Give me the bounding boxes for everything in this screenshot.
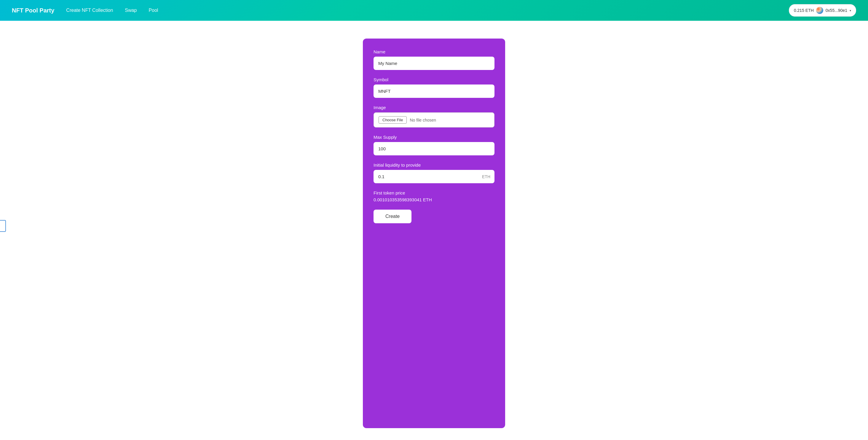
header-right: 0.215 ETH 0x55...90e1 ▾: [789, 4, 856, 17]
wallet-balance: 0.215 ETH: [794, 8, 814, 13]
wallet-button[interactable]: 0.215 ETH 0x55...90e1 ▾: [789, 4, 856, 17]
file-input-wrapper[interactable]: Choose File No file chosen: [374, 113, 494, 127]
liquidity-label: Initial liquidity to provide: [374, 162, 494, 167]
max-supply-input[interactable]: [374, 142, 494, 155]
max-supply-group: Max Supply: [374, 135, 494, 155]
nav-create-nft-collection[interactable]: Create NFT Collection: [66, 8, 113, 13]
chevron-down-icon: ▾: [849, 9, 851, 12]
scroll-indicator: [0, 220, 6, 232]
name-label: Name: [374, 49, 494, 54]
symbol-group: Symbol: [374, 77, 494, 98]
symbol-label: Symbol: [374, 77, 494, 82]
liquidity-input[interactable]: [374, 170, 494, 183]
name-group: Name: [374, 49, 494, 70]
choose-file-button[interactable]: Choose File: [378, 116, 407, 124]
header-left: NFT Pool Party Create NFT Collection Swa…: [12, 7, 158, 14]
image-group: Image Choose File No file chosen: [374, 105, 494, 127]
first-token-price-value: 0.001010353598393041 ETH: [374, 197, 432, 202]
symbol-input[interactable]: [374, 85, 494, 98]
image-label: Image: [374, 105, 494, 110]
liquidity-group: Initial liquidity to provide ETH: [374, 162, 494, 183]
liquidity-input-wrapper: ETH: [374, 170, 494, 183]
main-content: Name Symbol Image Choose File No file ch…: [0, 21, 868, 440]
form-card: Name Symbol Image Choose File No file ch…: [363, 38, 505, 428]
create-button[interactable]: Create: [374, 210, 411, 223]
max-supply-label: Max Supply: [374, 135, 494, 140]
nav-pool[interactable]: Pool: [149, 8, 158, 13]
nav-swap[interactable]: Swap: [125, 8, 137, 13]
header: NFT Pool Party Create NFT Collection Swa…: [0, 0, 868, 21]
nav-brand[interactable]: NFT Pool Party: [12, 7, 54, 14]
first-token-price-label: First token price: [374, 190, 494, 195]
wallet-avatar: [816, 7, 823, 14]
name-input[interactable]: [374, 57, 494, 70]
first-token-price-group: First token price 0.001010353598393041 E…: [374, 190, 494, 202]
wallet-address: 0x55...90e1: [826, 8, 847, 13]
no-file-text: No file chosen: [410, 118, 436, 122]
